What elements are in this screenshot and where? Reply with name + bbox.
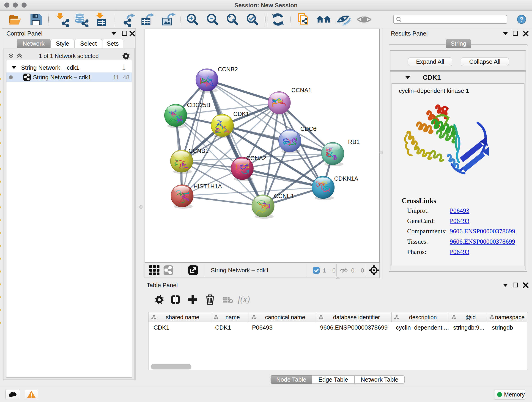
svg-text:CCNE1: CCNE1 <box>274 193 294 199</box>
svg-text:HIST1H1A: HIST1H1A <box>194 183 222 190</box>
svg-text:CDK1: CDK1 <box>233 111 249 117</box>
svg-text:CCNA1: CCNA1 <box>291 87 312 93</box>
svg-text:CDKN1A: CDKN1A <box>334 175 358 182</box>
svg-text:CDC25B: CDC25B <box>187 102 210 108</box>
svg-text:CCNB1: CCNB1 <box>189 148 209 154</box>
svg-text:RB1: RB1 <box>348 139 360 145</box>
svg-text:CCNB2: CCNB2 <box>218 66 238 72</box>
svg-text:CDC6: CDC6 <box>300 126 317 132</box>
svg-text:CCNA2: CCNA2 <box>246 155 266 161</box>
